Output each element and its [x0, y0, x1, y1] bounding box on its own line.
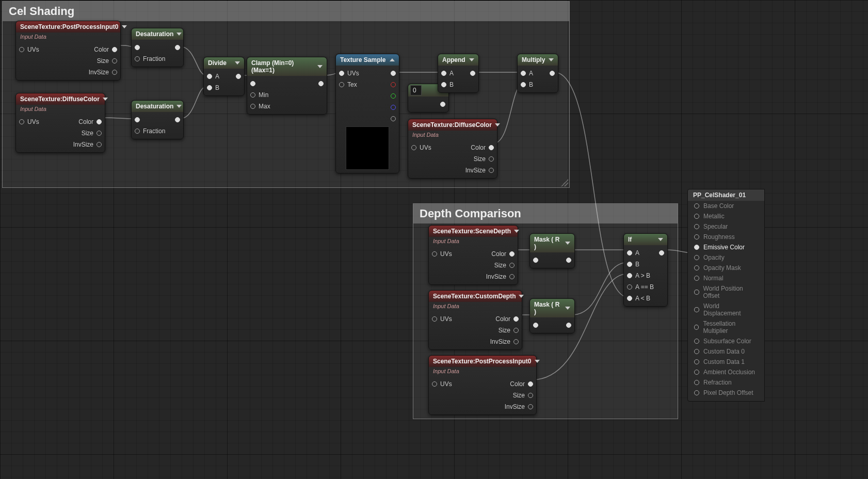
pin-a[interactable]: A	[627, 249, 639, 257]
chevron-down-icon[interactable]	[176, 33, 182, 36]
pin-out[interactable]	[318, 81, 324, 86]
chevron-down-icon[interactable]	[514, 230, 519, 233]
chevron-down-icon[interactable]	[317, 65, 323, 68]
pin-uvs[interactable]: UVs	[432, 380, 452, 388]
output-pin[interactable]: Refraction	[688, 377, 764, 388]
chevron-up-icon[interactable]	[390, 58, 395, 61]
pin-out[interactable]	[470, 71, 475, 76]
pin-a[interactable]: A	[521, 70, 533, 77]
pin-size[interactable]: Size	[474, 155, 494, 163]
node-desaturation-2[interactable]: Desaturation Fraction	[131, 100, 184, 139]
pin-b[interactable]: B	[627, 261, 639, 268]
pin-color[interactable]: Color	[78, 118, 102, 125]
pin-uvs[interactable]: UVs	[19, 118, 39, 125]
node-header[interactable]: SceneTexture:CustomDepth	[429, 291, 522, 302]
pin-a-gt-b[interactable]: A > B	[627, 272, 650, 279]
pin-invsize[interactable]: InvSize	[465, 167, 494, 174]
node-header[interactable]: SceneTexture:SceneDepth	[429, 226, 518, 237]
pin-min[interactable]: Min	[250, 91, 268, 99]
pin-size[interactable]: Size	[82, 130, 102, 137]
pin-a-eq-b[interactable]: A == B	[627, 283, 654, 291]
pin-max[interactable]: Max	[250, 103, 270, 110]
node-mask-r-1[interactable]: Mask ( R )	[529, 233, 575, 268]
output-pin[interactable]: Custom Data 1	[688, 357, 764, 367]
output-pin[interactable]: World Displacement	[688, 301, 764, 318]
pin-uvs[interactable]: UVs	[432, 315, 452, 323]
node-header[interactable]: SceneTexture:PostProcessInput0	[429, 356, 536, 367]
node-mask-r-2[interactable]: Mask ( R )	[529, 298, 575, 333]
node-header[interactable]: Desaturation	[132, 28, 183, 40]
output-pin[interactable]: Emissive Color	[688, 242, 764, 252]
pin-in[interactable]	[533, 258, 538, 263]
resize-grip-icon[interactable]	[561, 179, 568, 186]
pin-out[interactable]	[566, 258, 571, 263]
node-header[interactable]: Divide	[204, 57, 244, 69]
node-scene-depth[interactable]: SceneTexture:SceneDepth Input Data UVs C…	[428, 225, 518, 285]
node-desaturation-1[interactable]: Desaturation Fraction	[131, 28, 184, 67]
pin-invsize[interactable]: InvSize	[73, 141, 102, 148]
node-header[interactable]: Clamp (Min=0) (Max=1)	[247, 57, 327, 76]
chevron-down-icon[interactable]	[495, 123, 500, 126]
pin-out[interactable]	[175, 117, 180, 122]
node-header[interactable]: Mask ( R )	[530, 234, 574, 252]
pin-size[interactable]: Size	[97, 57, 117, 65]
node-scene-texture-diffuse-2[interactable]: SceneTexture:DiffuseColor Input Data UVs…	[408, 119, 497, 179]
chevron-down-icon[interactable]	[469, 58, 474, 61]
output-pin[interactable]: Roughness	[688, 232, 764, 242]
pin-tex[interactable]: Tex	[339, 81, 357, 88]
node-postprocess-input0-b[interactable]: SceneTexture:PostProcessInput0 Input Dat…	[428, 355, 537, 415]
output-pin[interactable]: Pixel Depth Offset	[688, 388, 764, 398]
chevron-down-icon[interactable]	[565, 307, 570, 310]
pin-color[interactable]: Color	[495, 315, 519, 323]
pin-out[interactable]	[550, 71, 555, 76]
pin-out-a[interactable]	[391, 116, 396, 121]
output-pin[interactable]: World Position Offset	[688, 283, 764, 301]
pin-invsize[interactable]: InvSize	[490, 338, 519, 345]
pin-out-g[interactable]	[391, 93, 396, 99]
node-multiply[interactable]: Multiply A B	[517, 54, 558, 93]
pin-uvs[interactable]: UVs	[339, 70, 359, 77]
output-pin[interactable]: Custom Data 0	[688, 346, 764, 357]
pin-color[interactable]: Color	[510, 380, 533, 388]
constant-value-input[interactable]	[410, 85, 422, 95]
chevron-down-icon[interactable]	[103, 98, 108, 101]
chevron-down-icon[interactable]	[658, 238, 663, 241]
pin-in[interactable]	[135, 45, 140, 50]
pin-out[interactable]	[175, 45, 180, 50]
node-header[interactable]: Texture Sample	[336, 54, 399, 66]
pin-in[interactable]	[533, 323, 538, 328]
pin-size[interactable]: Size	[494, 262, 515, 269]
chevron-down-icon[interactable]	[176, 105, 182, 108]
output-pin[interactable]: Normal	[688, 273, 764, 283]
node-if[interactable]: If A B A > B A == B A < B	[623, 233, 668, 307]
node-header[interactable]: Append	[438, 54, 478, 66]
pin-invsize[interactable]: InvSize	[486, 273, 515, 280]
node-texture-sample[interactable]: Texture Sample UVs Tex	[335, 54, 399, 173]
node-append[interactable]: Append A B	[438, 54, 479, 93]
pin-invsize[interactable]: InvSize	[505, 403, 533, 410]
node-header[interactable]: If	[624, 234, 667, 245]
node-clamp[interactable]: Clamp (Min=0) (Max=1) Min Max	[247, 57, 327, 115]
pin-out[interactable]	[236, 74, 241, 79]
chevron-down-icon[interactable]	[535, 360, 540, 363]
material-output-node[interactable]: PP_CelShader_01 Base ColorMetallicSpecul…	[687, 189, 765, 402]
pin-color[interactable]: Color	[471, 144, 494, 151]
node-header[interactable]: Multiply	[518, 54, 558, 66]
node-divide[interactable]: Divide A B	[203, 57, 245, 96]
chevron-down-icon[interactable]	[235, 61, 240, 65]
pin-color[interactable]: Color	[491, 250, 515, 258]
pin-uvs[interactable]: UVs	[411, 144, 431, 151]
chevron-down-icon[interactable]	[549, 58, 554, 61]
pin-fraction[interactable]: Fraction	[135, 55, 165, 62]
pin-a-lt-b[interactable]: A < B	[627, 295, 650, 302]
output-pin[interactable]: Base Color	[688, 201, 764, 211]
node-header[interactable]: SceneTexture:DiffuseColor	[16, 93, 105, 105]
pin-out[interactable]	[659, 250, 664, 256]
pin-b[interactable]: B	[521, 81, 533, 88]
pin-color[interactable]: Color	[94, 46, 117, 53]
chevron-down-icon[interactable]	[122, 25, 127, 28]
node-scene-texture-diffuse[interactable]: SceneTexture:DiffuseColor Input Data UVs…	[15, 93, 105, 153]
pin-fraction[interactable]: Fraction	[135, 127, 165, 135]
node-custom-depth[interactable]: SceneTexture:CustomDepth Input Data UVs …	[428, 290, 522, 350]
pin-out[interactable]	[566, 323, 571, 328]
